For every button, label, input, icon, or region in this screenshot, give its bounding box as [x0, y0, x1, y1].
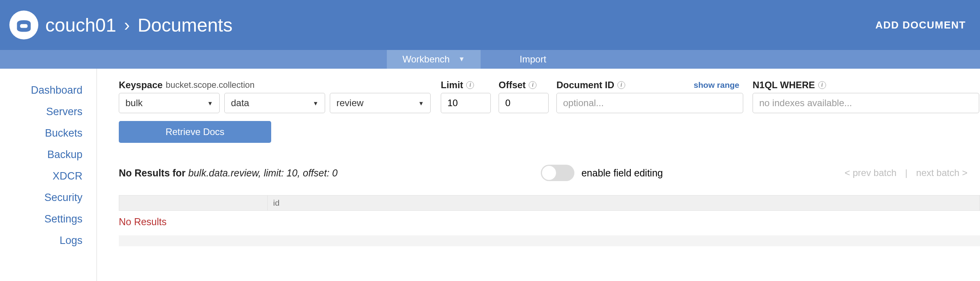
show-range-link[interactable]: show range	[694, 80, 743, 90]
chevron-down-icon: ▼	[458, 55, 465, 63]
tab-workbench-label: Workbench	[402, 54, 450, 65]
n1ql-label-text: N1QL WHERE	[753, 80, 815, 91]
limit-label-text: Limit	[441, 80, 463, 91]
results-summary: No Results for bulk.data.review, limit: …	[119, 167, 338, 179]
limit-input[interactable]	[447, 98, 484, 108]
scope-select[interactable]: data ▼	[224, 93, 325, 113]
bucket-select[interactable]: bulk ▼	[119, 93, 220, 113]
sidebar-item-xdcr[interactable]: XDCR	[0, 165, 97, 187]
sidebar-item-dashboard[interactable]: Dashboard	[0, 80, 97, 101]
tab-workbench[interactable]: Workbench ▼	[387, 50, 481, 69]
sidebar-item-backup[interactable]: Backup	[0, 144, 97, 165]
keyspace-label: Keyspace bucket.scope.collection	[119, 80, 431, 91]
sidebar-item-security[interactable]: Security	[0, 187, 97, 208]
add-document-button[interactable]: ADD DOCUMENT	[875, 19, 966, 31]
caret-down-icon: ▼	[207, 100, 213, 107]
no-results-message: No Results	[119, 211, 980, 235]
empty-row	[119, 235, 980, 246]
sidebar-item-servers[interactable]: Servers	[0, 101, 97, 123]
offset-label-text: Offset	[499, 80, 526, 91]
couchbase-logo[interactable]	[9, 11, 38, 39]
caret-down-icon: ▼	[418, 100, 424, 107]
bucket-select-value: bulk	[125, 98, 143, 108]
limit-label: Limit i	[441, 80, 491, 91]
info-icon[interactable]: i	[529, 81, 536, 89]
docid-label-row: Document ID i show range	[556, 80, 743, 91]
sidebar: Dashboard Servers Buckets Backup XDCR Se…	[0, 69, 97, 281]
toggle-label: enable field editing	[581, 167, 663, 179]
n1ql-where-input	[759, 98, 973, 108]
checkbox-column	[119, 196, 268, 210]
results-prefix: No Results for	[119, 167, 188, 178]
id-column-header: id	[268, 198, 279, 208]
info-icon[interactable]: i	[617, 81, 625, 89]
docid-label-text: Document ID	[556, 80, 614, 91]
chevron-right-icon: ›	[124, 15, 130, 35]
keyspace-label-text: Keyspace	[119, 80, 163, 91]
svg-rect-0	[20, 24, 27, 28]
offset-label: Offset i	[499, 80, 549, 91]
retrieve-docs-button[interactable]: Retrieve Docs	[119, 121, 271, 143]
prev-batch-link: < prev batch	[845, 167, 897, 178]
sidebar-item-settings[interactable]: Settings	[0, 208, 97, 230]
cluster-name[interactable]: couch01	[45, 14, 116, 36]
tab-import[interactable]: Import	[504, 50, 562, 69]
collection-select[interactable]: review ▼	[330, 93, 431, 113]
sidebar-item-logs[interactable]: Logs	[0, 230, 97, 251]
info-icon[interactable]: i	[466, 81, 474, 89]
enable-field-editing-toggle[interactable]	[541, 165, 574, 181]
separator: |	[905, 167, 907, 178]
keyspace-sublabel: bucket.scope.collection	[166, 80, 254, 90]
caret-down-icon: ▼	[313, 100, 318, 107]
offset-input[interactable]	[505, 98, 542, 108]
collection-select-value: review	[336, 98, 363, 108]
info-icon[interactable]: i	[818, 81, 826, 89]
sidebar-item-buckets[interactable]: Buckets	[0, 123, 97, 144]
docid-input[interactable]	[563, 98, 737, 108]
results-query: bulk.data.review, limit: 10, offset: 0	[188, 167, 338, 178]
scope-select-value: data	[231, 98, 249, 108]
next-batch-link: next batch >	[916, 167, 967, 178]
breadcrumb: couch01 › Documents	[45, 14, 232, 36]
results-table-header: id	[119, 195, 980, 211]
page-title: Documents	[138, 14, 232, 36]
sub-tabs: Workbench ▼ Import	[0, 50, 980, 69]
n1ql-label: N1QL WHERE i	[753, 80, 979, 91]
tab-import-label: Import	[520, 54, 546, 65]
